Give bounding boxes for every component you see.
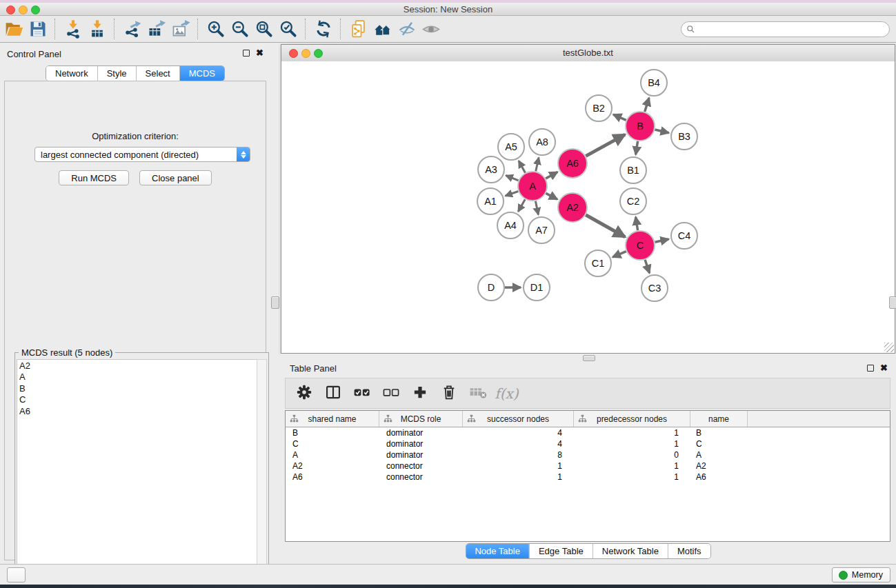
graph-node-A3[interactable]: A3 [478, 156, 504, 183]
graph-edge-A-A3[interactable] [506, 176, 518, 181]
graph-edge-A-A1[interactable] [506, 192, 519, 196]
tab-mcds[interactable]: MCDS [179, 66, 224, 81]
graph-edge-C-C1[interactable] [613, 252, 626, 257]
table-cell[interactable]: connector [379, 472, 463, 483]
zoom-in-button[interactable] [203, 17, 228, 41]
east-splitter-grip[interactable] [889, 296, 896, 309]
graph-node-A7[interactable]: A7 [528, 217, 555, 243]
table-cell[interactable]: 0 [574, 449, 690, 460]
search-input[interactable] [695, 23, 889, 36]
hide-selected-button[interactable] [395, 17, 419, 41]
graph-edge-A-A6[interactable] [546, 172, 557, 179]
table-row[interactable]: Adominator80A [286, 449, 890, 460]
graph-node-A[interactable]: A [518, 172, 547, 201]
graph-node-B[interactable]: B [626, 112, 655, 141]
graph-node-B2[interactable]: B2 [586, 95, 612, 121]
graph-edge-A-A2[interactable] [546, 193, 557, 199]
graph-edge-A-A4[interactable] [518, 199, 525, 212]
export-network-button[interactable] [120, 17, 144, 41]
horizontal-splitter[interactable] [280, 354, 896, 361]
export-image-button[interactable] [168, 17, 192, 41]
save-session-button[interactable] [26, 17, 50, 41]
network-from-selection-button[interactable] [346, 17, 370, 41]
show-all-button[interactable] [419, 17, 443, 41]
table-cell[interactable]: 1 [574, 427, 690, 438]
graph-node-A4[interactable]: A4 [497, 212, 524, 239]
column-settings-button[interactable] [292, 382, 315, 405]
graph-edge-A2-C[interactable] [586, 215, 625, 237]
table-cell[interactable]: C [286, 438, 379, 449]
search-box[interactable] [681, 21, 890, 37]
graph-node-A5[interactable]: A5 [498, 134, 524, 160]
table-cell[interactable]: C [690, 438, 748, 449]
table-cell[interactable]: 8 [463, 449, 574, 460]
graph-edge-A6-B[interactable] [586, 134, 625, 156]
tab-network-table[interactable]: Network Table [593, 544, 668, 558]
vertical-splitter-grip[interactable] [271, 296, 279, 309]
add-column-button[interactable] [408, 382, 431, 405]
graph-edge-B-B3[interactable] [655, 130, 668, 133]
split-view-button[interactable] [321, 382, 344, 405]
graph-node-C[interactable]: C [626, 231, 655, 260]
tab-edge-table[interactable]: Edge Table [529, 544, 593, 558]
select-all-rows-button[interactable] [350, 382, 373, 405]
table-cell[interactable]: A6 [286, 472, 379, 483]
graph-node-B1[interactable]: B1 [620, 157, 646, 183]
float-panel-icon[interactable] [243, 50, 250, 57]
close-table-panel-icon[interactable]: ✖ [880, 365, 888, 372]
float-table-panel-icon[interactable] [867, 365, 874, 372]
graph-edge-C-C3[interactable] [645, 260, 650, 273]
run-mcds-button[interactable]: Run MCDS [59, 170, 129, 185]
graph-edge-A-A5[interactable] [519, 161, 526, 173]
table-row[interactable]: A2connector11A2 [286, 460, 890, 472]
import-network-button[interactable] [61, 17, 85, 41]
column-header-MCDS-role[interactable]: MCDS role [379, 411, 463, 427]
network-window-titlebar[interactable]: testGlobe.txt [281, 45, 895, 62]
mcds-list-scrollbar[interactable] [257, 359, 267, 587]
import-table-button[interactable] [85, 17, 109, 41]
graph-node-A1[interactable]: A1 [477, 188, 504, 214]
graph-node-A6[interactable]: A6 [558, 149, 587, 178]
horizontal-splitter-grip[interactable] [583, 355, 595, 361]
first-neighbors-button[interactable] [370, 17, 395, 41]
graph-node-C2[interactable]: C2 [620, 188, 646, 214]
zoom-out-button[interactable] [228, 17, 252, 41]
mcds-result-item[interactable]: A6 [19, 406, 257, 417]
column-header-successor-nodes[interactable]: successor nodes [463, 411, 574, 427]
table-row[interactable]: Bdominator41B [286, 427, 890, 438]
table-row[interactable]: Cdominator41C [286, 438, 890, 449]
graph-edge-A-A7[interactable] [535, 201, 538, 215]
graph-edge-C-C2[interactable] [636, 217, 638, 231]
tab-node-table[interactable]: Node Table [466, 544, 529, 558]
tab-network[interactable]: Network [46, 66, 97, 81]
close-panel-icon[interactable]: ✖ [256, 50, 263, 57]
window-resize-grip[interactable] [884, 343, 894, 352]
function-builder-button[interactable]: f(x) [495, 382, 518, 405]
table-cell[interactable]: connector [379, 460, 463, 472]
deselect-all-rows-button[interactable] [379, 382, 402, 405]
zoom-fit-button[interactable] [252, 17, 276, 41]
memory-button[interactable]: Memory [832, 567, 890, 582]
graph-node-A2[interactable]: A2 [558, 193, 587, 222]
table-cell[interactable]: 4 [463, 427, 574, 438]
column-header-predecessor-nodes[interactable]: predecessor nodes [574, 411, 690, 427]
network-canvas[interactable]: B4B2BB3A8A5A6A3B1AA1C2A2A4A7C4CC1C3DD1 [281, 61, 895, 353]
table-cell[interactable]: dominator [379, 449, 463, 460]
tab-motifs[interactable]: Motifs [668, 544, 710, 558]
graph-edge-C-C4[interactable] [655, 239, 669, 242]
table-cell[interactable]: 4 [463, 438, 574, 449]
criterion-dropdown[interactable]: largest connected component (directed) [34, 147, 250, 162]
table-cell[interactable]: 1 [574, 460, 690, 472]
graph-node-B3[interactable]: B3 [671, 123, 697, 150]
tab-style[interactable]: Style [97, 66, 136, 81]
graph-node-B4[interactable]: B4 [641, 70, 667, 96]
column-header-shared-name[interactable]: shared name [286, 411, 379, 427]
graph-edge-B-B4[interactable] [645, 98, 649, 112]
task-history-button[interactable] [7, 567, 26, 582]
mcds-result-item[interactable]: B [19, 383, 257, 394]
table-cell[interactable]: 1 [574, 438, 690, 449]
apply-layout-button[interactable] [311, 17, 335, 41]
graph-node-C3[interactable]: C3 [641, 275, 668, 301]
table-cell[interactable]: A [690, 449, 748, 460]
table-cell[interactable]: 1 [574, 472, 690, 483]
